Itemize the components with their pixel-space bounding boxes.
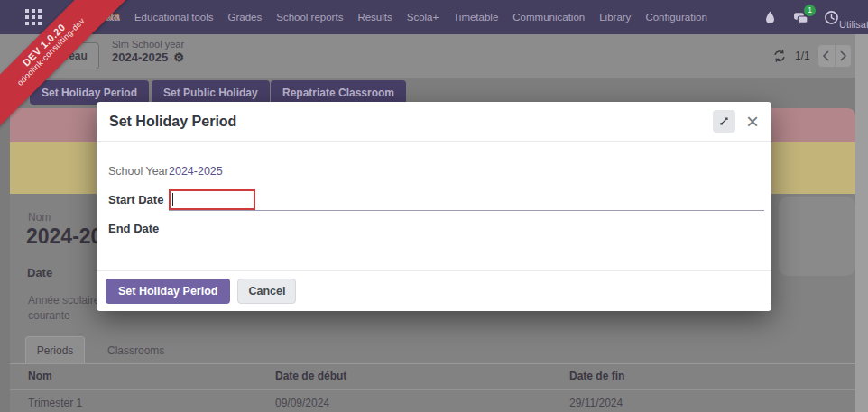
gear-icon[interactable]: ⚙ (173, 51, 184, 63)
set-holiday-period-dialog: Set Holiday Period × School Year 2024-20… (97, 102, 771, 311)
column-header-date-debut[interactable]: Date de début (275, 370, 346, 382)
date-field-label: Date (27, 266, 52, 279)
apps-grid-icon[interactable] (25, 9, 42, 25)
side-card (779, 197, 855, 276)
nav-item-configuration[interactable]: Configuration (645, 12, 706, 23)
breadcrumb-current: 2024-2025 (112, 50, 168, 64)
pager-count: 1/1 (795, 50, 810, 62)
messages-icon[interactable]: 1 (793, 10, 808, 25)
nav-item-communication[interactable]: Communication (512, 12, 585, 23)
cell-date-debut: 09/09/2024 (275, 397, 329, 409)
vertical-scrollbar[interactable] (855, 34, 868, 412)
school-year-value-link[interactable]: 2024-2025 (169, 165, 223, 178)
nav-item-my-data[interactable]: My data (83, 12, 120, 23)
nav-item-grades[interactable]: Grades (228, 12, 263, 23)
column-header-nom[interactable]: Nom (28, 370, 52, 382)
cancel-button[interactable]: Cancel (237, 279, 296, 304)
annee-scolaire-label: Année scolaire (28, 294, 99, 307)
nav-item-educational-tools[interactable]: Educational tools (134, 12, 214, 23)
dialog-footer: Set Holiday Period Cancel (97, 270, 771, 311)
dialog-title: Set Holiday Period (109, 114, 713, 130)
nav-item-library[interactable]: Library (599, 12, 631, 23)
start-date-label: Start Date (108, 193, 163, 206)
control-panel: Nouveau Slm School year 2024-2025 ⚙ 1/1 (0, 34, 868, 78)
navbar-systray: 1 (762, 0, 839, 34)
nom-field-label: Nom (28, 211, 51, 224)
breadcrumb-parent[interactable]: Slm School year (112, 39, 184, 50)
tab-periods[interactable]: Periods (25, 336, 85, 364)
pager-area: 1/1 (772, 34, 851, 78)
text-cursor (172, 193, 173, 206)
user-menu[interactable]: Utilisateur (839, 19, 868, 30)
activities-clock-icon[interactable] (824, 10, 839, 25)
messages-badge: 1 (804, 5, 816, 16)
school-year-label: School Year (108, 165, 169, 178)
tab-classrooms[interactable]: Classrooms (97, 336, 175, 364)
close-dialog-icon[interactable]: × (746, 113, 759, 131)
dialog-header: Set Holiday Period × (97, 102, 771, 142)
breadcrumb: Slm School year 2024-2025 ⚙ (112, 39, 184, 64)
expand-dialog-button[interactable] (713, 110, 735, 133)
nav-item-results[interactable]: Results (357, 12, 392, 23)
refresh-icon[interactable] (772, 49, 787, 63)
start-date-field-underline (169, 210, 764, 211)
main-menu: My data Educational tools Grades School … (83, 0, 707, 34)
set-holiday-period-button[interactable]: Set Holiday Period (30, 80, 149, 105)
pager-next-button[interactable] (835, 45, 851, 67)
cell-date-fin: 29/11/2024 (569, 397, 623, 409)
nav-item-school-reports[interactable]: School reports (276, 12, 343, 23)
confirm-set-holiday-period-button[interactable]: Set Holiday Period (106, 279, 230, 304)
nav-item-scola-plus[interactable]: Scola+ (407, 12, 439, 23)
start-date-input[interactable] (169, 189, 255, 210)
set-public-holiday-button[interactable]: Set Public Holiday (152, 80, 270, 105)
new-record-button[interactable]: Nouveau (30, 42, 99, 69)
repatriate-classroom-button[interactable]: Repatriate Classroom (271, 80, 406, 105)
cell-period-name: Trimester 1 (28, 397, 82, 409)
end-date-label: End Date (108, 222, 159, 235)
pager-previous-button[interactable] (818, 45, 835, 67)
table-header-divider (10, 389, 855, 390)
droplet-icon[interactable] (762, 10, 778, 25)
tabs-divider (10, 363, 855, 364)
column-header-date-fin[interactable]: Date de fin (569, 370, 624, 382)
nav-item-timetable[interactable]: Timetable (453, 12, 498, 23)
annee-scolaire-label-2: courante (28, 309, 70, 322)
app-window: Scola My data Educational tools Grades S… (0, 0, 868, 412)
top-navbar: Scola My data Educational tools Grades S… (0, 0, 868, 34)
